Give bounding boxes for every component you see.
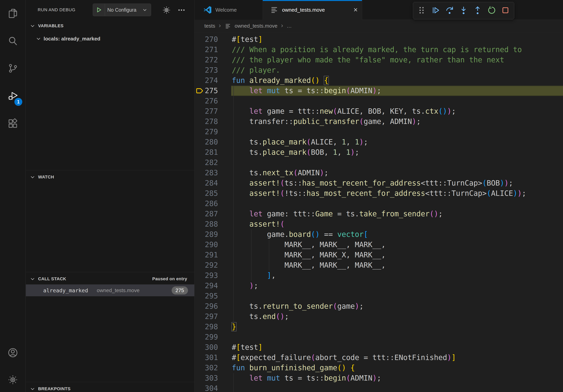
activity-bar-item-account[interactable]	[0, 344, 26, 363]
code-line-289[interactable]: 289 game.board() == vector[	[194, 229, 563, 240]
toolbar-drag-handle[interactable]	[416, 5, 427, 16]
code-line-280[interactable]: 280 ts.place_mark(ALICE, 1, 1);	[194, 137, 563, 147]
code-line-278[interactable]: 278 transfer::public_transfer(game, ADMI…	[194, 117, 563, 127]
code-line-276[interactable]: 276	[194, 96, 563, 106]
breadcrumb-item-symbol[interactable]: …	[287, 23, 292, 29]
code-line-301[interactable]: 301#[expected_failure(abort_code = ttt::…	[194, 353, 563, 363]
code-line-288[interactable]: 288 assert!(	[194, 219, 563, 229]
line-number[interactable]: 271	[194, 45, 218, 55]
code-text[interactable]: }	[232, 322, 236, 332]
code-line-285[interactable]: 285 assert!(!ts::has_most_recent_for_add…	[194, 188, 563, 198]
code-line-295[interactable]: 295	[194, 291, 563, 301]
code-area[interactable]: 270#[test]271/// When a position is alre…	[194, 32, 563, 392]
activity-bar-item-settings[interactable]	[0, 371, 26, 390]
line-number[interactable]: 296	[194, 301, 218, 312]
activity-bar-item-search[interactable]	[0, 32, 26, 51]
code-line-283[interactable]: 283 ts.next_tx(ADMIN);	[194, 168, 563, 178]
section-header-call-stack[interactable]: CALL STACK Paused on entry	[26, 274, 194, 284]
call-stack-frame[interactable]: already_marked owned_tests.move 275	[26, 284, 194, 296]
tab-owned-tests-move[interactable]: owned_tests.move ×	[263, 0, 362, 20]
code-line-293[interactable]: 293 ],	[194, 270, 563, 281]
line-number[interactable]: 288	[194, 219, 218, 229]
line-number[interactable]: 294	[194, 281, 218, 291]
line-number[interactable]: 277	[194, 106, 218, 117]
close-tab-button[interactable]: ×	[354, 6, 358, 13]
line-number[interactable]: 291	[194, 250, 218, 260]
line-number[interactable]: 289	[194, 229, 218, 240]
code-line-300[interactable]: 300#[test]	[194, 342, 563, 353]
code-line-290[interactable]: 290 MARK__, MARK__, MARK__,	[194, 240, 563, 250]
debug-stop-button[interactable]	[500, 5, 511, 16]
code-line-296[interactable]: 296 ts.return_to_sender(game);	[194, 301, 563, 312]
code-text[interactable]: fun already_marked() {	[232, 75, 328, 86]
line-number[interactable]: 303	[194, 373, 218, 383]
line-number[interactable]: 285	[194, 188, 218, 198]
line-number[interactable]: 272	[194, 55, 218, 65]
line-number[interactable]: 304	[194, 383, 218, 392]
line-number[interactable]: 273	[194, 65, 218, 75]
line-number[interactable]: 276	[194, 96, 218, 106]
code-text[interactable]: ],	[232, 270, 276, 281]
code-line-282[interactable]: 282	[194, 157, 563, 168]
line-number[interactable]: 280	[194, 137, 218, 147]
code-text[interactable]: MARK__, MARK__, MARK__,	[232, 240, 386, 250]
code-line-277[interactable]: 277 let game = ttt::new(ALICE, BOB, KEY,…	[194, 106, 563, 117]
line-number[interactable]: 284	[194, 178, 218, 188]
code-text[interactable]: /// When a position is already marked, t…	[232, 45, 522, 55]
code-text[interactable]: assert!(	[232, 219, 284, 229]
line-number[interactable]: 302	[194, 363, 218, 373]
line-number[interactable]: 295	[194, 291, 218, 301]
line-number[interactable]: 275	[194, 86, 218, 96]
code-text[interactable]: ts.return_to_sender(game);	[232, 301, 364, 312]
section-header-variables[interactable]: VARIABLES	[26, 21, 194, 31]
code-text[interactable]: transfer::public_transfer(game, ADMIN);	[232, 117, 421, 127]
code-line-299[interactable]: 299	[194, 332, 563, 342]
breadcrumb-item-tests[interactable]: tests	[204, 23, 215, 29]
start-debug-button[interactable]	[93, 4, 105, 16]
debug-settings-button[interactable]	[162, 5, 171, 15]
line-number[interactable]: 298	[194, 322, 218, 332]
variables-scope-locals[interactable]: locals: already_marked	[26, 34, 194, 44]
tab-welcome[interactable]: Welcome	[194, 0, 263, 20]
activity-bar-item-source-control[interactable]	[0, 59, 26, 78]
code-line-281[interactable]: 281 ts.place_mark(BOB, 1, 1);	[194, 147, 563, 157]
code-line-271[interactable]: 271/// When a position is already marked…	[194, 45, 563, 55]
code-text[interactable]: assert!(ts::has_most_recent_for_address<…	[232, 178, 513, 188]
line-number[interactable]: 290	[194, 240, 218, 250]
code-line-274[interactable]: 274fun already_marked() {	[194, 75, 563, 86]
code-text[interactable]: fun burn_unfinished_game() {	[232, 363, 355, 373]
line-number[interactable]: 274	[194, 75, 218, 86]
line-number[interactable]: 283	[194, 168, 218, 178]
code-line-270[interactable]: 270#[test]	[194, 34, 563, 45]
code-line-284[interactable]: 284 assert!(ts::has_most_recent_for_addr…	[194, 178, 563, 188]
section-header-watch[interactable]: WATCH	[26, 172, 194, 182]
code-line-286[interactable]: 286	[194, 198, 563, 209]
code-line-291[interactable]: 291 MARK__, MARK_X, MARK__,	[194, 250, 563, 260]
debug-step-into-button[interactable]	[458, 5, 469, 16]
code-text[interactable]: ts.next_tx(ADMIN);	[232, 168, 328, 178]
debug-step-out-button[interactable]	[472, 5, 483, 16]
line-number[interactable]: 292	[194, 260, 218, 270]
code-line-297[interactable]: 297 ts.end();	[194, 312, 563, 322]
line-number[interactable]: 278	[194, 117, 218, 127]
code-line-273[interactable]: 273/// player.	[194, 65, 563, 75]
debug-restart-button[interactable]	[486, 5, 497, 16]
code-line-279[interactable]: 279	[194, 127, 563, 137]
code-line-302[interactable]: 302fun burn_unfinished_game() {	[194, 363, 563, 373]
code-text[interactable]: #[test]	[232, 342, 263, 353]
code-line-272[interactable]: 272/// the player who made the "false" m…	[194, 55, 563, 65]
code-text[interactable]: assert!(!ts::has_most_recent_for_address…	[232, 188, 526, 198]
debug-step-over-button[interactable]	[444, 5, 455, 16]
code-text[interactable]: );	[232, 281, 258, 291]
code-line-303[interactable]: 303 let mut ts = ts::begin(ADMIN);	[194, 373, 563, 383]
code-text[interactable]: ts.place_mark(BOB, 1, 1);	[232, 147, 359, 157]
code-line-275[interactable]: 275 let mut ts = ts::begin(ADMIN);	[194, 86, 563, 96]
code-text[interactable]: game.board() == vector[	[232, 229, 368, 240]
activity-bar-item-run-and-debug[interactable]: 1	[0, 87, 26, 106]
code-text[interactable]: ts.place_mark(ALICE, 1, 1);	[232, 137, 368, 147]
activity-bar-item-explorer[interactable]	[0, 4, 26, 23]
code-text[interactable]: MARK__, MARK__, MARK__,	[232, 260, 386, 270]
line-number[interactable]: 282	[194, 157, 218, 168]
line-number[interactable]: 301	[194, 353, 218, 363]
code-text[interactable]: /// the player who made the "false" move…	[232, 55, 504, 65]
